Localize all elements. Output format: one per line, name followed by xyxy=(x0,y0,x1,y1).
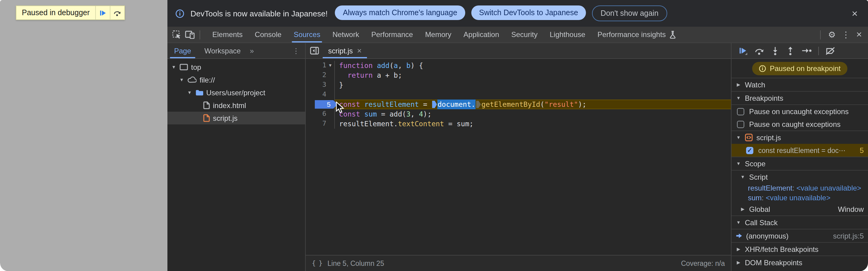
navigator-kebab-icon[interactable]: ⋮ xyxy=(287,47,305,55)
step-over-button[interactable] xyxy=(754,46,764,55)
section-watch[interactable]: ▶Watch xyxy=(732,78,868,91)
section-scope[interactable]: ▼Scope xyxy=(732,157,868,171)
code-line-5[interactable]: 5const resultElement = document.getEleme… xyxy=(306,99,731,109)
code-token: ) { xyxy=(411,61,423,70)
disclosure-arrow-icon[interactable]: ▼ xyxy=(740,174,745,180)
disclosure-arrow-icon[interactable]: ▶ xyxy=(736,246,741,252)
line-number: 4 xyxy=(306,90,326,99)
tab-security[interactable]: Security xyxy=(505,27,544,42)
inspect-element-icon[interactable] xyxy=(172,30,181,39)
infobar-button-switch-devtools-to-japanese[interactable]: Switch DevTools to Japanese xyxy=(471,5,586,20)
section-xhr-fetch-breakpoints[interactable]: ▶XHR/fetch Breakpoints xyxy=(732,242,868,255)
checkbox-icon[interactable] xyxy=(737,108,744,115)
navigator-tab-workspace[interactable]: Workspace xyxy=(198,43,247,58)
step-into-button[interactable] xyxy=(771,46,779,55)
resume-button[interactable] xyxy=(738,46,747,55)
code-line-1[interactable]: 1▼function add(a, b) { xyxy=(306,61,731,70)
navigator-tab-page[interactable]: Page xyxy=(167,43,198,58)
scope-variable-sum[interactable]: sum: <value unavailable> xyxy=(732,193,868,203)
code-line-7[interactable]: 7resultElement.textContent = sum; xyxy=(306,119,731,129)
tab-network[interactable]: Network xyxy=(326,27,365,42)
tab-label: Lighthouse xyxy=(550,30,585,39)
group-script[interactable]: ▼Script xyxy=(732,171,868,183)
devtools-close-icon[interactable]: × xyxy=(856,30,862,39)
tab-console[interactable]: Console xyxy=(249,27,287,42)
infobar-button-don-t-show-again[interactable]: Don't show again xyxy=(592,5,667,21)
disclosure-arrow-icon[interactable]: ▶ xyxy=(740,206,745,212)
tree-item-top[interactable]: ▼top xyxy=(167,61,305,73)
settings-gear-icon[interactable]: ⚙ xyxy=(828,30,836,39)
section-call-stack[interactable]: ▼Call Stack xyxy=(732,215,868,230)
variable-colon: : xyxy=(762,193,766,202)
sources-navigator-sidebar: PageWorkspace » ⋮ ▼top▼file://▼Users/use… xyxy=(167,43,306,271)
toolbar-divider xyxy=(820,30,821,39)
overlay-step-over-button[interactable] xyxy=(110,6,124,20)
kebab-menu-icon[interactable]: ⋮ xyxy=(842,30,850,39)
section-dom-breakpoints[interactable]: ▶DOM Breakpoints xyxy=(732,255,868,269)
paused-line-marker[interactable]: 5 xyxy=(315,100,338,109)
checkbox-pause-on-caught-exceptions[interactable]: Pause on caught exceptions xyxy=(732,118,868,131)
tab-application[interactable]: Application xyxy=(457,27,505,42)
infobar-button-always-match-chrome-s-language[interactable]: Always match Chrome's language xyxy=(335,5,465,20)
disclosure-arrow-icon[interactable]: ▼ xyxy=(736,135,741,140)
checkbox-pause-on-uncaught-exceptions[interactable]: Pause on uncaught exceptions xyxy=(732,105,868,118)
code-token: resultElement xyxy=(364,99,419,109)
fold-marker-icon xyxy=(326,80,334,90)
tree-item-script-js[interactable]: script.js xyxy=(167,112,305,124)
disclosure-arrow-icon[interactable]: ▼ xyxy=(736,161,741,166)
tab-sources[interactable]: Sources xyxy=(287,27,326,42)
step-out-button[interactable] xyxy=(786,46,795,55)
tab-close-icon[interactable]: × xyxy=(357,46,362,55)
checkbox-icon[interactable] xyxy=(737,120,744,128)
tab-label: Performance insights xyxy=(597,30,666,39)
tree-item-index-html[interactable]: index.html xyxy=(167,99,305,112)
code-token: = sum; xyxy=(444,119,473,129)
step-over-icon xyxy=(754,46,764,55)
tab-lighthouse[interactable]: Lighthouse xyxy=(544,27,591,42)
tab-label: Memory xyxy=(425,30,452,39)
breakpoint-entry[interactable]: ✓const resultElement = doc⋯5 xyxy=(732,144,868,157)
call-frame-anonymous[interactable]: (anonymous)script.js:5 xyxy=(732,230,868,242)
disclosure-arrow-icon[interactable]: ▼ xyxy=(736,95,741,101)
code-token: document. xyxy=(438,99,475,109)
code-token: ); xyxy=(423,109,432,119)
code-editor[interactable]: 1▼function add(a, b) {2 return a + b;3}4… xyxy=(306,59,731,255)
fold-marker-icon[interactable]: ▼ xyxy=(326,61,334,70)
section-label: script.js xyxy=(756,133,781,142)
tree-item-file[interactable]: ▼file:// xyxy=(167,73,305,86)
editor-pane: script.js × 1▼function add(a, b) {2 retu… xyxy=(306,43,731,271)
device-toolbar-icon[interactable] xyxy=(185,30,195,39)
more-tabs-icon[interactable]: » xyxy=(247,47,256,55)
disclosure-arrow-icon[interactable]: ▶ xyxy=(736,82,741,87)
tab-performance-insights[interactable]: Performance insights xyxy=(591,27,682,42)
code-token: } xyxy=(339,80,343,90)
step-button[interactable] xyxy=(801,47,812,54)
deactivate-breakpoints-button[interactable] xyxy=(826,47,835,55)
step-into-icon xyxy=(771,46,779,55)
code-line-6[interactable]: 6const sum = add(3, 4); xyxy=(306,109,731,119)
tab-performance[interactable]: Performance xyxy=(365,27,419,42)
disclosure-arrow-icon[interactable]: ▼ xyxy=(736,220,741,225)
tab-elements[interactable]: Elements xyxy=(206,27,249,42)
section-breakpoints[interactable]: ▼Breakpoints xyxy=(732,91,868,105)
group-global[interactable]: ▶GlobalWindow xyxy=(732,203,868,215)
coverage-label: Coverage: n/a xyxy=(681,260,725,267)
checkbox-label: Pause on caught exceptions xyxy=(749,120,841,128)
infobar-message: DevTools is now available in Japanese! xyxy=(190,9,328,18)
code-line-4[interactable]: 4 xyxy=(306,90,731,99)
code-line-3[interactable]: 3} xyxy=(306,80,731,90)
breakpoint-checkbox-icon[interactable]: ✓ xyxy=(746,147,753,154)
editor-tab-script-js[interactable]: script.js × xyxy=(323,43,367,58)
scope-variable-resultelement[interactable]: resultElement: <value unavailable> xyxy=(732,183,868,193)
disclosure-arrow-icon[interactable]: ▶ xyxy=(736,260,741,265)
code-line-2[interactable]: 2 return a + b; xyxy=(306,70,731,80)
tree-item-users-user-project[interactable]: ▼Users/user/project xyxy=(167,86,305,99)
hide-navigator-icon[interactable] xyxy=(306,43,323,58)
overlay-resume-button[interactable] xyxy=(95,6,110,20)
pretty-print-icon[interactable]: { } xyxy=(312,260,322,267)
section-label: DOM Breakpoints xyxy=(745,258,802,267)
group-script-js[interactable]: ▼script.js xyxy=(732,131,868,144)
tab-label: Elements xyxy=(212,30,243,39)
tab-memory[interactable]: Memory xyxy=(419,27,458,42)
infobar-close-icon[interactable]: × xyxy=(849,8,860,19)
